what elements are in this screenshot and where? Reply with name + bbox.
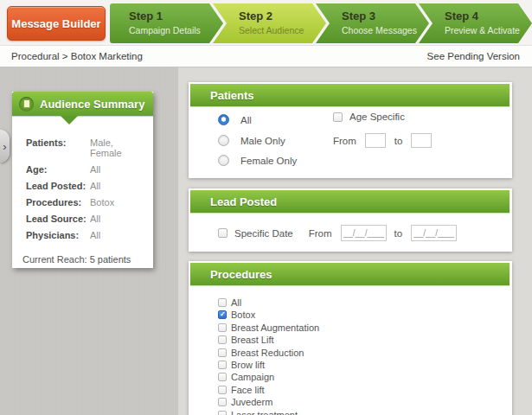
checkbox-age-specific[interactable] — [333, 112, 343, 122]
breadcrumb[interactable]: Procedural > Botox Marketing — [11, 46, 143, 67]
lead-posted-panel-body: Specific Date From to — [189, 213, 512, 241]
summary-row-lead-posted: Lead Posted: All — [26, 181, 144, 191]
procedure-label: Juvederm — [231, 397, 272, 407]
chevron-right-icon: › — [3, 140, 6, 153]
step-1-campaign-details[interactable]: Step 1 Campaign Details — [110, 3, 223, 43]
age-to-input[interactable] — [411, 133, 432, 148]
procedure-item-campaign: Campaign — [218, 372, 512, 382]
summary-value: All — [90, 181, 100, 191]
patients-panel-body: All Male Only Female Only Age Specific — [189, 106, 512, 177]
radio-male-only[interactable] — [218, 135, 229, 146]
radio-row-all: All — [218, 114, 252, 125]
audience-summary-header: Audience Summary — [12, 92, 153, 116]
message-builder-window: Message Builder Step 1 Campaign Details … — [0, 0, 532, 415]
procedure-checkbox[interactable] — [218, 323, 227, 332]
step-4-preview-activate[interactable]: Step 4 Preview & Activate — [419, 3, 532, 43]
procedure-label: Laser treatment — [231, 410, 298, 415]
age-to-label: to — [394, 136, 403, 146]
sidebar-collapse-handle[interactable]: › — [0, 130, 10, 163]
top-bar: Message Builder Step 1 Campaign Details … — [0, 0, 532, 45]
procedure-label: Breast Augmentation — [231, 322, 319, 333]
step-wizard: Step 1 Campaign Details Step 2 Select Au… — [110, 3, 532, 43]
procedure-label: All — [231, 297, 241, 308]
procedure-item-all: All — [218, 297, 512, 308]
breadcrumb-bar: Procedural > Botox Marketing See Pending… — [0, 45, 532, 67]
radio-female-only[interactable] — [218, 155, 229, 166]
procedure-item-juvederm: Juvederm — [218, 397, 512, 407]
summary-value: All — [90, 214, 100, 224]
procedure-label: Campaign — [231, 372, 274, 382]
procedure-item-breast-lift: Breast Lift — [218, 335, 512, 345]
content-area: Audience Summary Patients: Male, Female … — [0, 67, 532, 415]
date-from-input[interactable] — [341, 225, 387, 241]
procedure-label: Face lift — [231, 385, 265, 395]
age-from-label: From — [333, 136, 356, 146]
summary-value: Male, Female — [90, 137, 144, 158]
summary-label: Physicians: — [26, 230, 90, 240]
procedure-label: Brow lift — [231, 360, 265, 370]
header-notch — [61, 116, 78, 124]
procedure-checkbox[interactable] — [218, 411, 227, 415]
message-builder-button[interactable]: Message Builder — [7, 6, 106, 41]
patients-panel-header: Patients — [190, 84, 510, 106]
procedure-label: Breast Lift — [231, 335, 274, 345]
audience-summary-body: Patients: Male, Female Age: All Lead Pos… — [12, 116, 153, 265]
audience-summary-title: Audience Summary — [40, 98, 144, 111]
radio-female-only-label: Female Only — [240, 156, 297, 166]
step-title: Step 4 — [445, 10, 532, 22]
procedure-item-breast-augmentation: Breast Augmentation — [218, 322, 512, 333]
step-title: Step 2 — [239, 10, 326, 22]
current-reach-text: Current Reach: 5 patients — [22, 254, 144, 265]
summary-value: Botox — [90, 197, 114, 208]
date-from-label: From — [309, 228, 332, 239]
procedure-item-botox: Botox — [218, 310, 512, 320]
summary-row-patients: Patients: Male, Female — [26, 137, 144, 158]
date-to-label: to — [394, 228, 403, 239]
lead-posted-panel: Lead Posted Specific Date From to — [189, 188, 512, 252]
procedures-panel: Procedures All Botox Breast Augmentation — [189, 261, 512, 415]
summary-value: All — [90, 164, 100, 175]
summary-row-lead-source: Lead Source: All — [26, 214, 144, 224]
procedure-label: Botox — [231, 310, 255, 320]
procedure-item-breast-reduction: Breast Reduction — [218, 348, 512, 358]
procedure-checkbox[interactable] — [218, 386, 227, 394]
radio-all-label: All — [240, 115, 252, 125]
age-from-input[interactable] — [365, 133, 386, 148]
step-subtitle: Preview & Activate — [445, 25, 532, 35]
audience-badge-icon — [19, 97, 34, 112]
procedure-checkbox[interactable] — [218, 348, 227, 357]
specific-date-label: Specific Date — [234, 228, 293, 239]
procedure-item-brow-lift: Brow lift — [218, 360, 512, 370]
step-title: Step 3 — [342, 10, 429, 22]
step-subtitle: Select Audience — [239, 25, 326, 35]
step-subtitle: Choose Messages — [342, 25, 429, 35]
summary-label: Patients: — [26, 137, 90, 158]
age-range-row: From to — [333, 133, 432, 148]
see-pending-version-link[interactable]: See Pending Version — [427, 46, 520, 67]
procedure-item-face-lift: Face lift — [218, 385, 512, 395]
radio-row-female-only: Female Only — [218, 155, 297, 166]
date-to-input[interactable] — [411, 225, 457, 241]
step-title: Step 1 — [129, 10, 223, 22]
summary-row-physicians: Physicians: All — [26, 230, 144, 240]
procedure-checkbox[interactable] — [218, 373, 227, 381]
radio-all[interactable] — [218, 114, 229, 125]
procedures-panel-header: Procedures — [190, 263, 510, 285]
procedure-item-laser-treatment: Laser treatment — [218, 410, 512, 415]
step-2-select-audience[interactable]: Step 2 Select Audience — [213, 3, 326, 43]
step-3-choose-messages[interactable]: Step 3 Choose Messages — [316, 3, 429, 43]
audience-summary-card: Audience Summary Patients: Male, Female … — [12, 92, 153, 268]
procedure-checkbox[interactable] — [218, 310, 227, 319]
summary-row-age: Age: All — [26, 164, 144, 175]
procedure-checkbox[interactable] — [218, 335, 227, 344]
procedure-checkbox[interactable] — [218, 361, 227, 369]
summary-row-procedures: Procedures: Botox — [26, 197, 144, 208]
patients-panel: Patients All Male Only Female Only — [189, 82, 512, 178]
age-specific-row: Age Specific — [333, 112, 405, 122]
procedure-checkbox[interactable] — [218, 398, 227, 406]
summary-sidebar: Audience Summary Patients: Male, Female … — [0, 67, 178, 415]
procedure-checkbox[interactable] — [218, 298, 227, 307]
summary-label: Lead Source: — [26, 214, 90, 224]
procedure-label: Breast Reduction — [231, 348, 304, 358]
checkbox-specific-date[interactable] — [218, 228, 228, 238]
